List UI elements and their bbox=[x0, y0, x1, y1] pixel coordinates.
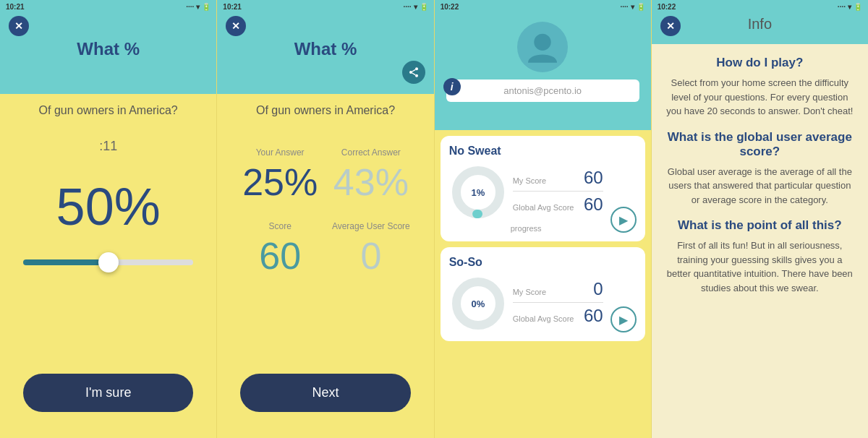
panel-2-title: What % bbox=[294, 39, 357, 59]
battery-icon-4: 🔋 bbox=[854, 3, 862, 11]
svg-point-1 bbox=[409, 71, 412, 74]
info-section-text-2: Global user average is the average of al… bbox=[666, 165, 854, 207]
status-bar-1: 10:21 ···· ▾ 🔋 bbox=[0, 3, 216, 11]
panel-1-title: What % bbox=[77, 39, 140, 59]
avg-score-label: Average User Score bbox=[326, 221, 417, 231]
svg-text:0%: 0% bbox=[471, 299, 485, 309]
answer-section: Your Answer 25% Correct Answer 43% bbox=[229, 139, 422, 210]
panel-2-subtitle: Of gun owners in America? bbox=[217, 94, 433, 127]
no-sweat-avg-row: Global Avg Score 60 bbox=[513, 194, 603, 215]
your-answer-label: Your Answer bbox=[234, 147, 326, 158]
info-section-title-2: What is the global user average score? bbox=[666, 130, 854, 159]
no-sweat-avg: 60 bbox=[584, 194, 603, 215]
status-icons-2: ···· ▾ 🔋 bbox=[404, 3, 428, 11]
no-sweat-title: No Sweat bbox=[449, 145, 603, 158]
score-section: Score 60 Average User Score 0 bbox=[229, 215, 422, 283]
status-icons-3: ···· ▾ 🔋 bbox=[621, 3, 645, 11]
svg-point-0 bbox=[415, 67, 418, 70]
status-icons-1: ···· ▾ 🔋 bbox=[186, 3, 210, 11]
wifi-icon-1: ▾ bbox=[196, 3, 200, 11]
slider-container[interactable] bbox=[12, 254, 205, 271]
battery-icon-2: 🔋 bbox=[420, 3, 428, 11]
profile-header: 10:22 ···· ▾ 🔋 i antonis@pcento.io bbox=[435, 0, 651, 130]
your-answer-col: Your Answer 25% bbox=[234, 147, 326, 204]
status-bar-4: 10:22 ···· ▾ 🔋 bbox=[652, 3, 868, 11]
panel-1-subtitle: Of gun owners in America? bbox=[0, 94, 216, 127]
time-1: 10:21 bbox=[6, 3, 25, 11]
so-so-avg-label: Global Avg Score bbox=[513, 314, 574, 323]
svg-line-4 bbox=[412, 69, 415, 72]
info-section-title-1: How do I play? bbox=[666, 56, 854, 70]
share-button[interactable] bbox=[402, 61, 425, 84]
panel-2-header: 10:21 ···· ▾ 🔋 ✕ What % bbox=[217, 0, 433, 94]
im-sure-button[interactable]: I'm sure bbox=[23, 374, 193, 412]
so-so-avg: 60 bbox=[584, 306, 603, 326]
wifi-icon-4: ▾ bbox=[848, 3, 851, 11]
slider-track[interactable] bbox=[23, 259, 193, 265]
email-display: antonis@pcento.io bbox=[446, 80, 639, 102]
svg-point-2 bbox=[415, 74, 418, 77]
correct-answer-value: 43% bbox=[326, 160, 417, 204]
time-3: 10:22 bbox=[441, 3, 459, 11]
panel-1-header: 10:21 ···· ▾ 🔋 ✕ What % bbox=[0, 0, 216, 94]
svg-point-5 bbox=[534, 34, 550, 51]
no-sweat-card: No Sweat 1% My Score 60 bbox=[441, 136, 645, 241]
panel-4: 10:22 ···· ▾ 🔋 ✕ Info How do I play? Sel… bbox=[651, 0, 868, 438]
so-so-card: So-So 0% My Score 0 bbox=[441, 247, 645, 341]
info-header: 10:22 ···· ▾ 🔋 ✕ Info bbox=[652, 0, 868, 44]
so-so-my-score-label: My Score bbox=[513, 288, 546, 296]
score-label: Score bbox=[234, 221, 326, 231]
info-body: How do I play? Select from your home scr… bbox=[652, 44, 868, 438]
so-so-avg-row: Global Avg Score 60 bbox=[513, 306, 603, 326]
panel-3: 10:22 ···· ▾ 🔋 i antonis@pcento.io No Sw… bbox=[434, 0, 651, 438]
so-so-title: So-So bbox=[449, 256, 603, 269]
no-sweat-my-score: 60 bbox=[584, 168, 603, 188]
status-icons-4: ···· ▾ 🔋 bbox=[838, 3, 862, 11]
correct-answer-label: Correct Answer bbox=[326, 147, 417, 158]
close-button-2[interactable]: ✕ bbox=[226, 16, 246, 36]
svg-text:1%: 1% bbox=[471, 187, 485, 198]
avg-score-value: 0 bbox=[326, 234, 417, 278]
so-so-my-score: 0 bbox=[593, 279, 603, 299]
battery-icon-3: 🔋 bbox=[637, 3, 645, 11]
next-button[interactable]: Next bbox=[240, 374, 410, 412]
correct-answer-col: Correct Answer 43% bbox=[326, 147, 417, 204]
close-button-1[interactable]: ✕ bbox=[9, 16, 29, 36]
info-section-text-3: First of all its fun! But in all serious… bbox=[666, 239, 854, 295]
wifi-icon-2: ▾ bbox=[414, 3, 417, 11]
time-4: 10:22 bbox=[658, 3, 676, 11]
info-page-title: Info bbox=[748, 16, 772, 33]
info-section-text-1: Select from your home screen the difficu… bbox=[666, 76, 854, 119]
close-button-4[interactable]: ✕ bbox=[660, 16, 681, 36]
wifi-icon-3: ▾ bbox=[631, 3, 634, 11]
no-sweat-score-row: My Score 60 bbox=[513, 168, 603, 188]
so-so-score-row: My Score 0 bbox=[513, 279, 603, 299]
no-sweat-progress-label: progress bbox=[449, 224, 603, 233]
no-sweat-play-button[interactable]: ▶ bbox=[610, 207, 637, 233]
battery-icon-1: 🔋 bbox=[202, 3, 210, 11]
timer: :11 bbox=[12, 139, 205, 154]
so-so-play-button[interactable]: ▶ bbox=[610, 306, 637, 332]
status-bar-3: 10:22 ···· ▾ 🔋 bbox=[435, 3, 651, 11]
panel-2-body: Your Answer 25% Correct Answer 43% Score… bbox=[217, 127, 433, 438]
panel-2: 10:21 ···· ▾ 🔋 ✕ What % Of gun owners in… bbox=[216, 0, 433, 438]
so-so-donut: 0% bbox=[449, 275, 507, 332]
slider-thumb[interactable] bbox=[98, 252, 119, 272]
panel-1-body: :11 50% I'm sure bbox=[0, 127, 216, 438]
status-bar-2: 10:21 ···· ▾ 🔋 bbox=[217, 3, 433, 11]
avg-score-col: Average User Score 0 bbox=[326, 221, 417, 278]
time-2: 10:21 bbox=[223, 3, 242, 11]
no-sweat-avg-label: Global Avg Score bbox=[513, 203, 574, 212]
percentage-display: 50% bbox=[12, 177, 205, 236]
no-sweat-my-score-label: My Score bbox=[513, 176, 546, 185]
info-button[interactable]: i bbox=[443, 78, 461, 95]
no-sweat-donut: 1% bbox=[449, 163, 507, 221]
info-section-title-3: What is the point of all this? bbox=[666, 218, 854, 233]
score-value: 60 bbox=[234, 234, 326, 278]
score-col: Score 60 bbox=[234, 221, 326, 278]
score-cards: No Sweat 1% My Score 60 bbox=[435, 130, 651, 438]
svg-line-3 bbox=[412, 73, 415, 75]
panel-1: 10:21 ···· ▾ 🔋 ✕ What % Of gun owners in… bbox=[0, 0, 216, 438]
your-answer-value: 25% bbox=[234, 160, 326, 204]
avatar bbox=[517, 22, 568, 72]
